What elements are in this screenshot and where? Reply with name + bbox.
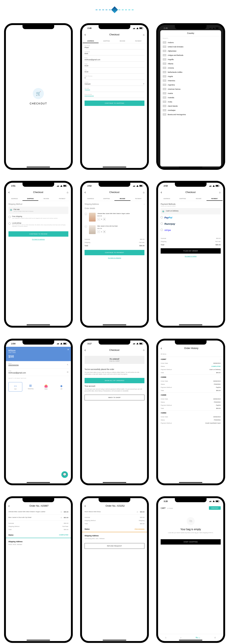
country-item[interactable]: Austria (160, 91, 221, 96)
country-item[interactable]: Antigua and Barbuda (160, 53, 221, 57)
payment-stripe[interactable]: stripe (161, 227, 220, 233)
country-item[interactable]: Antarctica (160, 78, 221, 83)
refund-request-button[interactable]: REFUND REQUEST (84, 543, 144, 549)
street-input[interactable]: HCM (84, 65, 144, 68)
country-item[interactable]: Bosnia and Herzegovina (160, 112, 221, 116)
nav-search[interactable]: ⌕ (180, 636, 182, 639)
continue-payment-button[interactable]: CONTINUE TO PAYMENT (84, 250, 144, 255)
remove-item-button[interactable]: × (84, 213, 87, 215)
back-button[interactable]: ‹ (8, 190, 10, 194)
pm-wallet[interactable]: 👛Wallet (39, 382, 53, 392)
country-item[interactable]: Aruba (160, 100, 221, 104)
email-input[interactable]: minhcasi@gmail.com (84, 59, 144, 62)
tab-payment[interactable]: PAYMENT (130, 197, 146, 201)
home-button[interactable]: ⌂ (219, 191, 220, 194)
shipping-address-row[interactable]: Shipping Address› (84, 203, 144, 205)
checkout-button[interactable]: CHECKOUT (209, 506, 220, 510)
back-to-review-link[interactable]: Go back to review (161, 256, 220, 257)
pm-upi[interactable]: ◆UPI (54, 382, 68, 392)
edit-phone-button[interactable]: ✎ (67, 364, 68, 366)
tab-address[interactable]: ADDRESS (7, 197, 22, 201)
continue-review-button[interactable]: CONTINUE TO REVIEW (8, 231, 68, 237)
order-card[interactable]: #15996›Order Date26/06/2019StatusPENDING… (158, 374, 223, 392)
tab-address[interactable]: ADDRESS (83, 39, 98, 43)
payment-razorpay[interactable]: Razorpay (161, 220, 220, 227)
nav-home[interactable]: ⌂ (165, 636, 166, 639)
tab-shipping[interactable]: SHIPPING (22, 197, 38, 201)
country-item[interactable]: United Arab Emirates (160, 44, 221, 49)
close-button[interactable]: ✕ (67, 348, 69, 351)
tab-review[interactable]: REVIEW (114, 39, 130, 43)
lastname-input[interactable]: Minh (84, 53, 144, 56)
country-item[interactable]: American Samoa (160, 87, 221, 91)
qty-plus-button[interactable]: + (103, 218, 106, 220)
home-button[interactable]: ⌂ (143, 348, 144, 351)
tab-review[interactable]: REVIEW (191, 197, 206, 201)
payment-cod[interactable]: Cash on Delivery (161, 208, 220, 214)
order-card[interactable]: #15994›Order Date26/06/2019StatusPENDING… (158, 410, 223, 425)
tab-shipping[interactable]: SHIPPING (98, 197, 114, 201)
qty-minus-button[interactable]: − (98, 230, 100, 233)
shipping-free[interactable]: Free shippingFree shipping is a special … (8, 214, 68, 220)
back-to-shop-button[interactable]: BACK TO SHOP (84, 395, 144, 400)
qty-plus-button[interactable]: + (103, 230, 106, 233)
back-button[interactable]: ‹ (84, 504, 86, 508)
home-button[interactable]: ⌂ (67, 191, 68, 194)
nav-profile[interactable]: ☺ (214, 636, 216, 639)
remove-item-button[interactable]: × (84, 225, 87, 228)
phone-order-detail-2: ‹Order No. #15252 Short Sleeve Shirt Dre… (80, 496, 149, 643)
back-button[interactable]: ‹ (84, 348, 86, 352)
nav-title: Checkout (109, 33, 120, 36)
home-button[interactable]: ⌂ (143, 33, 144, 36)
state-input[interactable]: H (84, 77, 144, 80)
country-item[interactable]: Anguilla (160, 57, 221, 62)
tab-shipping[interactable]: SHIPPING (98, 39, 114, 43)
tab-payment[interactable]: PAYMENT (130, 39, 146, 43)
back-button[interactable]: ‹ (161, 190, 162, 194)
show-orders-button[interactable]: SHOW ALL MY ORDERED (84, 378, 144, 383)
firstname-input[interactable]: Pham (84, 46, 144, 49)
country-item[interactable]: Netherlands Antilles (160, 70, 221, 74)
back-button[interactable]: ‹ (8, 504, 10, 508)
country-item[interactable]: Azerbaijan (160, 108, 221, 112)
country-item[interactable]: Andorra (160, 40, 221, 44)
start-shopping-button[interactable]: START SHOPPING (161, 539, 220, 544)
country-item[interactable]: Armenia (160, 66, 221, 70)
back-button[interactable]: ‹ (84, 32, 86, 37)
tab-review[interactable]: REVIEW (114, 197, 130, 201)
order-card[interactable]: #15997›Order Date26/06/2019StatusCOMPLET… (158, 357, 223, 374)
zip-input[interactable]: 700000 (84, 89, 144, 92)
continue-shipping-button[interactable]: CONTINUE TO SHIPPING (84, 100, 144, 106)
chat-fab[interactable]: 💬 (61, 471, 68, 478)
tab-address[interactable]: ADDRESS (83, 197, 98, 201)
country-item[interactable]: Argentina (160, 83, 221, 87)
tab-payment[interactable]: PAYMENT (206, 197, 222, 201)
country-item[interactable]: Angola (160, 74, 221, 78)
back-button[interactable]: ‹ (84, 190, 86, 194)
order-card[interactable]: #15995›Order Date26/06/2019StatusPENDING… (158, 392, 223, 410)
back-to-address-link[interactable]: Go back to address (8, 238, 68, 240)
country-search-input[interactable]: Search... (160, 36, 221, 40)
payment-paypal[interactable]: PayPal (161, 214, 220, 220)
country-item[interactable]: Australia (160, 96, 221, 100)
phone-input[interactable]: 0990999099 (84, 95, 144, 98)
pm-netbanking[interactable]: 🏛Netbanking (24, 382, 38, 392)
country-item[interactable]: Aland Islands (160, 104, 221, 108)
place-order-button[interactable]: PLACE MY ORDER (161, 248, 220, 254)
tab-payment[interactable]: PAYMENT (54, 197, 70, 201)
shipping-local[interactable]: Local pickupAllow customers to pick up o… (8, 220, 68, 229)
pm-card[interactable]: ▭Card (8, 382, 22, 392)
city-input[interactable]: HCM (84, 71, 144, 74)
shipping-flat-rate[interactable]: Flat rateLets you charge a fixed rate fo… (8, 207, 68, 214)
qty-minus-button[interactable]: − (98, 218, 100, 220)
tab-shipping[interactable]: SHIPPING (175, 197, 191, 201)
country-item[interactable]: Afghanistan (160, 49, 221, 53)
back-button[interactable]: ‹ (161, 346, 162, 350)
tab-review[interactable]: REVIEW (38, 197, 54, 201)
home-button[interactable]: ⌂ (143, 191, 144, 194)
country-select[interactable]: Vietnam▼ (84, 83, 144, 86)
country-item[interactable]: Albania (160, 62, 221, 66)
tab-address[interactable]: ADDRESS (159, 197, 175, 201)
nav-cart[interactable]: 🛍Cart (196, 636, 200, 639)
back-to-shipping-link[interactable]: Go back to shipping (84, 257, 144, 259)
